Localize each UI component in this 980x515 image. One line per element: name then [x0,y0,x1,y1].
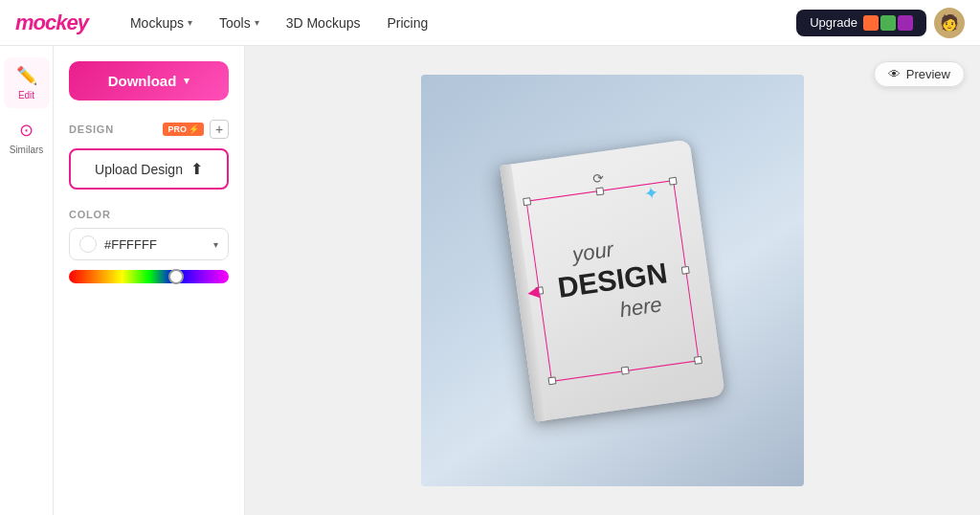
slider-thumb[interactable] [168,269,184,284]
eye-icon: 👁 [888,67,901,81]
download-button[interactable]: Download ▾ [69,61,229,101]
upload-design-button[interactable]: Upload Design ⬆ [69,148,229,190]
nav-tools[interactable]: Tools ▾ [208,10,271,36]
similars-icon: ⊙ [19,120,33,141]
color-swatch [79,235,97,253]
chevron-down-icon: ▾ [184,75,189,87]
panel: Download ▾ DESIGN PRO ⚡ + Upload Design … [54,46,245,515]
mockup-area: ⟳ ✦ ◀ your DESIGN here [421,75,804,486]
pro-badge: PRO ⚡ [163,123,204,136]
nav-links: Mockups ▾ Tools ▾ 3D Mockups Pricing [119,10,796,36]
design-overlay[interactable]: ⟳ ✦ ◀ your DESIGN here [535,189,691,373]
upload-icon: ⬆ [190,160,203,178]
booklet-mockup: ⟳ ✦ ◀ your DESIGN here [500,139,725,421]
lightning-icon: ⚡ [189,124,199,134]
preview-button[interactable]: 👁 Preview [874,61,965,87]
left-arrow-icon: ◀ [526,281,541,301]
avatar-button[interactable]: 🧑 [934,8,965,38]
color-hue-slider[interactable] [69,270,229,283]
nav-mockups[interactable]: Mockups ▾ [119,10,204,36]
navbar: mockey Mockups ▾ Tools ▾ 3D Mockups Pric… [0,0,980,46]
handle-top-left[interactable] [523,197,531,206]
rotate-handle[interactable]: ⟳ [591,169,605,187]
design-text-here: here [618,292,663,323]
design-text-your: your [571,237,615,268]
sidebar-item-similars[interactable]: ⊙ Similars [4,112,50,163]
layout: ✏️ Edit ⊙ Similars Download ▾ DESIGN PRO… [0,46,980,515]
handle-middle-right[interactable] [681,266,690,275]
handle-bottom-center[interactable] [621,366,630,374]
booklet-spine [500,165,546,422]
chevron-down-icon: ▾ [188,17,192,28]
upgrade-icon-purple [898,15,913,31]
nav-3d-mockups[interactable]: 3D Mockups [275,10,372,36]
handle-bottom-right[interactable] [694,355,702,364]
upgrade-icon-orange [863,15,879,31]
sidebar-icons: ✏️ Edit ⊙ Similars [0,46,54,515]
sparkle-icon: ✦ [642,182,659,205]
edit-icon: ✏️ [16,65,37,86]
color-section-header: COLOR [69,209,229,220]
nav-right: Upgrade 🧑 [796,8,965,38]
nav-pricing[interactable]: Pricing [375,10,439,36]
color-value-selector[interactable]: #FFFFFF ▾ [69,228,229,260]
upgrade-button[interactable]: Upgrade [796,10,926,36]
chevron-down-icon: ▾ [213,239,218,250]
handle-top-right[interactable] [669,176,678,185]
main-canvas: 👁 Preview [245,46,980,515]
handle-bottom-left[interactable] [547,376,556,385]
add-design-button[interactable]: + [210,120,229,139]
logo[interactable]: mockey [15,11,88,35]
chevron-down-icon: ▾ [255,17,259,28]
sidebar-item-edit[interactable]: ✏️ Edit [4,57,50,108]
upgrade-icons [863,15,913,31]
handle-top-center[interactable] [595,187,604,195]
design-section-header: DESIGN PRO ⚡ + [69,120,229,139]
upgrade-icon-green [880,15,896,31]
